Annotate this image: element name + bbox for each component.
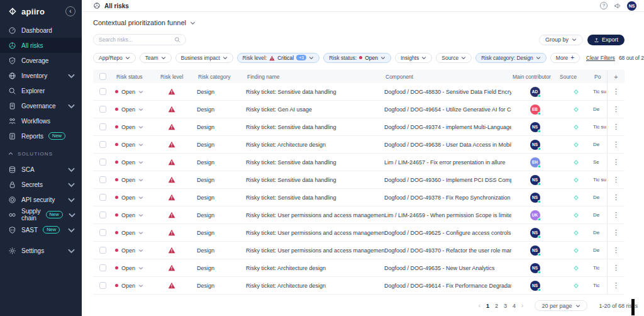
filter-chip-business-impact[interactable]: Business impact — [175, 53, 233, 63]
contributor-avatar[interactable]: EB — [530, 104, 540, 115]
filter-chip-source[interactable]: Source — [436, 53, 472, 63]
component-name[interactable]: Dogfood / DOG-49614 - Fix Performance De… — [384, 283, 511, 289]
finding-name[interactable]: Risky ticket: User permissions and acces… — [246, 247, 384, 254]
contributor-avatar[interactable]: NS — [530, 193, 540, 203]
per-page-dropdown[interactable]: 20 per page — [535, 300, 587, 311]
add-column-button[interactable]: + — [607, 70, 625, 83]
column-header-risk-category[interactable]: Risk category — [197, 74, 246, 80]
finding-name[interactable]: Risky ticket: Gen AI usage — [246, 106, 384, 113]
row-menu-button[interactable]: ⋮ — [607, 242, 625, 259]
row-checkbox[interactable] — [99, 123, 106, 130]
row-menu-button[interactable]: ⋮ — [607, 101, 625, 118]
finding-name[interactable]: Risky ticket: User permissions and acces… — [246, 230, 384, 236]
component-name[interactable]: Dogfood / DOG-48830 - Sensitive Data Fie… — [384, 89, 511, 95]
component-name[interactable]: Dogfood / DOG-49374 - implement Multi-La… — [384, 124, 511, 130]
row-checkbox[interactable] — [99, 88, 106, 95]
row-menu-button[interactable]: ⋮ — [607, 259, 625, 276]
page-number-2[interactable]: 2 — [495, 303, 498, 309]
risk-status-dropdown[interactable]: Open — [115, 195, 159, 201]
component-name[interactable]: Dogfood / DOG-49370 - Refactor the user … — [384, 247, 511, 254]
risk-status-dropdown[interactable]: Open — [115, 265, 159, 271]
component-name[interactable]: Dogfood / DOG-49638 - User Data Access i… — [384, 142, 511, 148]
contributor-avatar[interactable]: EH — [530, 157, 540, 167]
row-menu-button[interactable]: ⋮ — [607, 224, 625, 241]
column-header-risk-level[interactable]: Risk level — [159, 74, 197, 80]
finding-name[interactable]: Risky ticket: Sensitive data handling — [246, 89, 384, 95]
component-name[interactable]: Lim / LIM-24659 - When permission Scope … — [384, 212, 511, 218]
next-page-icon[interactable]: › — [521, 302, 523, 309]
sidebar-item-governance[interactable]: Governance — [0, 98, 82, 113]
risk-status-dropdown[interactable]: Open — [115, 89, 159, 95]
risk-status-dropdown[interactable]: Open — [115, 212, 159, 218]
column-header-component[interactable]: Component — [384, 74, 511, 80]
row-menu-button[interactable]: ⋮ — [607, 154, 625, 171]
row-checkbox[interactable] — [99, 212, 106, 218]
finding-name[interactable]: Risky ticket: Sensitive data handling — [246, 177, 384, 183]
finding-name[interactable]: Risky ticket: Sensitive data handling — [246, 159, 384, 166]
row-menu-button[interactable]: ⋮ — [607, 206, 625, 223]
sidebar-item-supply-chain[interactable]: Supply chainNew — [0, 207, 82, 222]
sidebar-item-explorer[interactable]: Explorer — [0, 83, 82, 98]
sidebar-item-settings[interactable]: Settings — [0, 243, 82, 258]
risk-status-dropdown[interactable]: Open — [115, 283, 159, 289]
row-checkbox[interactable] — [99, 229, 106, 236]
risk-status-dropdown[interactable]: Open — [115, 247, 159, 254]
search-input[interactable] — [99, 37, 174, 43]
sidebar-item-workflows[interactable]: Workflows — [0, 113, 82, 128]
filter-chip-insights[interactable]: Insights — [395, 53, 432, 63]
row-checkbox[interactable] — [99, 247, 106, 254]
risk-status-dropdown[interactable]: Open — [115, 159, 159, 166]
filter-chip-risk-category-design[interactable]: Risk category: Design — [475, 53, 547, 63]
sidebar-item-dashboard[interactable]: Dashboard — [0, 23, 82, 38]
component-name[interactable]: Dogfood / DOG-49654 - Utilize Generative… — [384, 106, 511, 113]
sidebar-item-secrets[interactable]: Secrets — [0, 177, 82, 192]
contributor-avatar[interactable]: UK — [530, 210, 540, 220]
column-header-main-contributor[interactable]: Main contributor — [511, 74, 558, 80]
row-menu-button[interactable]: ⋮ — [607, 118, 625, 135]
finding-name[interactable]: Risky ticket: Sensitive data handling — [246, 195, 384, 201]
finding-name[interactable]: Risky ticket: Architecture design — [246, 265, 384, 271]
filter-chip-risk-level-critical[interactable]: Risk level:Critical+3 — [237, 53, 320, 63]
page-number-1[interactable]: 1 — [486, 303, 489, 309]
filter-chip-team[interactable]: Team — [140, 53, 172, 63]
column-header-source[interactable]: Source — [558, 74, 593, 80]
select-all-checkbox[interactable] — [99, 73, 106, 80]
column-header-po[interactable]: Po — [593, 74, 607, 80]
row-checkbox[interactable] — [99, 282, 106, 289]
prev-page-icon[interactable]: ‹ — [479, 302, 480, 309]
row-checkbox[interactable] — [99, 176, 106, 183]
more-filters-button[interactable]: More + — [550, 53, 580, 63]
row-checkbox[interactable] — [99, 194, 106, 201]
filter-chip-app-repo[interactable]: App/Repo — [93, 53, 136, 63]
component-name[interactable]: Dogfood / DOG-49360 - Implement PCI DSS … — [384, 177, 511, 183]
sidebar-collapse-button[interactable]: ‹ — [65, 6, 75, 16]
contributor-avatar[interactable]: NS — [530, 228, 540, 238]
column-header-finding-name[interactable]: Finding name — [246, 74, 384, 80]
sidebar-item-sca[interactable]: SCA — [0, 162, 82, 177]
sidebar-item-coverage[interactable]: Coverage — [0, 53, 82, 68]
risk-status-dropdown[interactable]: Open — [115, 106, 159, 113]
contributor-avatar[interactable]: NS — [530, 281, 540, 291]
contributor-avatar[interactable]: NS — [530, 263, 540, 273]
sidebar-item-api-security[interactable]: API security — [0, 192, 82, 207]
announcements-icon[interactable] — [613, 2, 621, 10]
contributor-avatar[interactable]: AD — [530, 87, 540, 97]
row-menu-button[interactable]: ⋮ — [607, 136, 625, 153]
finding-name[interactable]: Risky ticket: Architecture design — [246, 142, 384, 148]
solutions-section-header[interactable]: SOLUTIONS — [0, 145, 82, 162]
sidebar-item-all-risks[interactable]: All risks — [0, 38, 82, 53]
page-number-3[interactable]: 3 — [504, 303, 507, 309]
row-checkbox[interactable] — [99, 141, 106, 148]
sidebar-item-sast[interactable]: SASTNew — [0, 222, 82, 237]
clear-filters-link[interactable]: Clear Filters — [586, 55, 615, 61]
export-button[interactable]: Export — [587, 35, 625, 45]
contributor-avatar[interactable]: NS — [530, 122, 540, 132]
search-box[interactable] — [93, 34, 186, 45]
contributor-avatar[interactable]: NS — [530, 140, 540, 150]
user-avatar[interactable]: NS — [627, 1, 636, 11]
component-name[interactable]: Dogfood / DOG-49378 - Fix Repo Synchroni… — [384, 195, 511, 201]
component-name[interactable]: Lim / LIM-24657 - Fix error presentation… — [384, 159, 511, 166]
row-menu-button[interactable]: ⋮ — [607, 83, 625, 100]
finding-name[interactable]: Risky ticket: User permissions and acces… — [246, 212, 384, 218]
row-checkbox[interactable] — [99, 159, 106, 166]
